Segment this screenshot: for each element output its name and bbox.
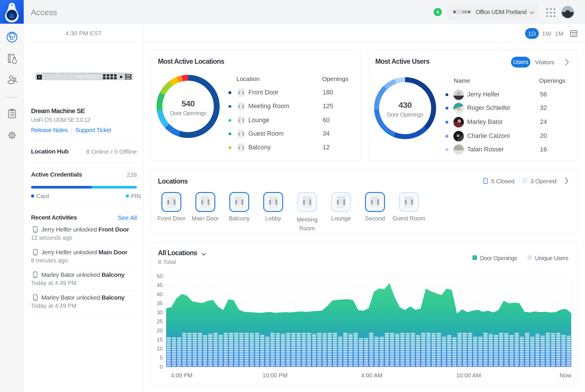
svg-text:20: 20 — [157, 328, 163, 334]
svg-text:4:00 PM: 4:00 PM — [171, 372, 192, 379]
svg-text:10: 10 — [157, 346, 163, 352]
svg-text:30: 30 — [157, 310, 163, 315]
svg-text:4:00 AM: 4:00 AM — [361, 372, 382, 379]
svg-text:35: 35 — [157, 301, 163, 306]
svg-text:5: 5 — [160, 355, 163, 361]
svg-text:45: 45 — [157, 282, 163, 288]
svg-text:15: 15 — [157, 337, 163, 343]
svg-text:Now: Now — [560, 372, 572, 379]
svg-text:10:00 PM: 10:00 PM — [262, 372, 288, 379]
svg-text:25: 25 — [157, 319, 163, 324]
svg-text:10:00 AM: 10:00 AM — [456, 372, 481, 379]
svg-text:40: 40 — [157, 291, 163, 297]
svg-text:0: 0 — [160, 364, 163, 370]
svg-text:50: 50 — [157, 273, 163, 279]
